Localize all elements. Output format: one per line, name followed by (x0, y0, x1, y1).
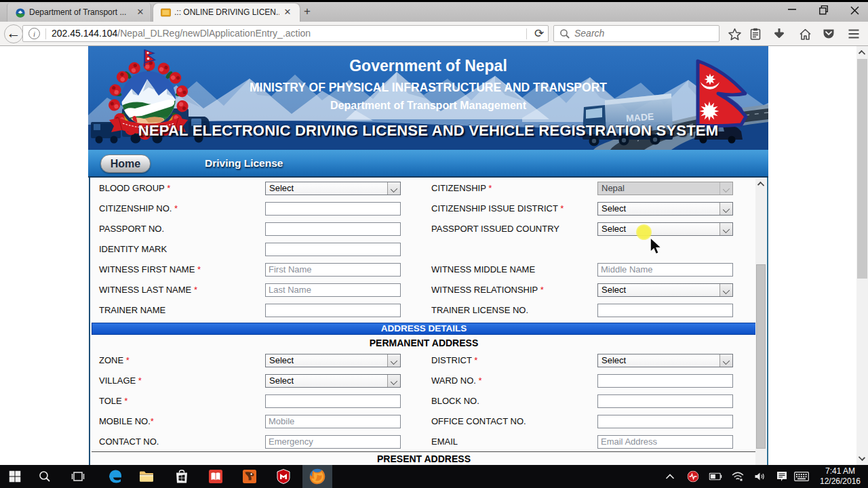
input-contact-no[interactable]: Emergency (265, 435, 401, 449)
home-icon[interactable] (797, 25, 812, 43)
window-scrollbar[interactable] (856, 46, 868, 465)
field-label-citizenship-no: CITIZENSHIP NO. * (99, 202, 178, 216)
touch-keyboard-icon[interactable] (790, 465, 813, 488)
file-explorer-icon[interactable] (132, 465, 161, 488)
input-witness-middle-name[interactable]: Middle Name (597, 263, 733, 277)
window-scrollbar-thumb[interactable] (857, 59, 867, 279)
back-button[interactable]: ← (4, 24, 23, 43)
field-label-blood-group: BLOOD GROUP * (99, 182, 170, 195)
tray-volume-icon[interactable] (751, 465, 770, 488)
system-tray: 7:41 AM 12/26/2016 (651, 465, 868, 488)
nav-driving-license[interactable]: Driving License (205, 150, 283, 176)
task-view-icon[interactable] (63, 465, 93, 488)
chevron-down-icon (387, 182, 400, 195)
reload-icon[interactable]: ⟳ (530, 26, 548, 41)
input-block-no[interactable] (597, 394, 733, 408)
input-passport-no[interactable] (265, 222, 401, 236)
foxit-app-icon[interactable] (235, 465, 264, 488)
field-label-trainer-license-no: TRAINER LICENSE NO. (431, 304, 528, 317)
tray-wifi-icon[interactable] (728, 465, 747, 488)
menu-hamburger-icon[interactable] (846, 25, 861, 43)
field-label-citizenship: CITIZENSHIP * (431, 182, 492, 195)
scroll-down-icon[interactable] (859, 454, 865, 461)
form-scrollbar-thumb[interactable] (756, 264, 766, 449)
banner-system-title: NEPAL ELECTRONIC DRIVING LICENSE AND VEH… (88, 122, 768, 140)
taskbar-clock[interactable]: 7:41 AM 12/26/2016 (812, 466, 868, 487)
application-form: BLOOD GROUP *SelectCITIZENSHIP *NepalCIT… (89, 178, 768, 465)
input-placeholder: Email Address (601, 436, 657, 447)
action-center-icon[interactable] (772, 465, 792, 488)
field-label-citizenship-issue-district: CITIZENSHIP ISSUE DISTRICT * (431, 202, 564, 216)
chevron-down-icon (719, 182, 732, 195)
windows-store-icon[interactable] (167, 465, 197, 488)
tab1-title: Department of Transport ... (29, 3, 132, 22)
tab1-close-icon[interactable]: ✕ (135, 3, 146, 21)
taskbar-search-icon[interactable] (30, 465, 60, 488)
site-navbar: Home Driving License (88, 150, 768, 178)
tab2-close-icon[interactable]: ✕ (282, 3, 293, 21)
banner-government-of-nepal: Government of Nepal (88, 57, 768, 75)
firefox-icon[interactable] (302, 465, 332, 488)
input-tole[interactable] (265, 394, 401, 408)
start-button[interactable] (0, 465, 30, 488)
present-address-header: PRESENT ADDRESS (92, 453, 756, 464)
url-bar[interactable]: i 202.45.144.104/Nepal_DLReg/newDlApplic… (22, 25, 549, 42)
input-trainer-license-no[interactable] (597, 304, 733, 317)
reader-app-icon[interactable] (201, 465, 231, 488)
urlbar-separator (45, 28, 46, 39)
tab-online-driving-license[interactable]: .:: ONLINE DRIVING LICEN... ✕ (153, 3, 300, 22)
window-restore-button[interactable] (814, 2, 833, 20)
select-zone[interactable]: Select (265, 354, 401, 367)
window-close-button[interactable] (845, 2, 864, 20)
tray-battery-icon[interactable] (706, 465, 725, 488)
input-citizenship-no[interactable] (265, 202, 401, 216)
select-district[interactable]: Select (597, 354, 733, 367)
select-value: Select (269, 375, 294, 387)
chevron-down-icon (719, 203, 732, 215)
select-citizenship-issue-district[interactable]: Select (597, 202, 733, 216)
tray-mcafee-icon[interactable] (684, 465, 703, 488)
select-village[interactable]: Select (265, 374, 401, 388)
select-value: Select (601, 223, 626, 235)
new-tab-button[interactable]: + (304, 3, 311, 20)
bookmark-star-icon[interactable] (727, 25, 742, 43)
mcafee-icon[interactable] (269, 465, 298, 488)
select-blood-group[interactable]: Select (265, 182, 401, 195)
edge-icon[interactable] (100, 465, 130, 488)
select-witness-relationship[interactable]: Select (597, 283, 733, 297)
input-trainer-name[interactable] (265, 304, 401, 317)
input-office-contact-no[interactable] (597, 415, 733, 428)
select-value: Select (601, 203, 626, 215)
downloads-icon[interactable] (772, 25, 787, 43)
address-details-header: ADDRESS DETAILS (92, 323, 756, 335)
search-bar[interactable]: Search (553, 25, 719, 42)
browser-viewport: MADE (0, 46, 868, 465)
input-witness-last-name[interactable]: Last Name (265, 283, 401, 297)
select-passport-issued-country[interactable]: Select (597, 222, 733, 236)
input-mobile-no[interactable]: Mobile (265, 415, 401, 428)
urlbar-separator2 (526, 28, 527, 39)
url-text: 202.45.144.104/Nepal_DLReg/newDlApplicat… (52, 26, 311, 41)
window-minimize-button[interactable] (783, 2, 802, 20)
nav-home-button[interactable]: Home (100, 155, 151, 173)
form-scrollbar-up-button[interactable] (755, 178, 766, 190)
select-value: Select (269, 354, 294, 367)
pocket-icon[interactable] (821, 25, 836, 43)
bookmarks-clipboard-icon[interactable] (748, 25, 763, 43)
input-witness-first-name[interactable]: First Name (265, 263, 401, 277)
form-scrollbar[interactable] (755, 178, 766, 465)
banner-department: Department of Transport Management (88, 100, 768, 112)
field-label-witness-first-name: WITNESS FIRST NAME * (99, 263, 201, 277)
select-citizenship[interactable]: Nepal (597, 182, 733, 195)
input-identity-mark[interactable] (265, 243, 401, 256)
chevron-down-icon (387, 375, 400, 387)
field-label-email: EMAIL (431, 435, 458, 449)
input-email[interactable]: Email Address (597, 435, 733, 449)
field-label-identity-mark: IDENTITY MARK (99, 243, 167, 256)
input-ward-no[interactable] (597, 374, 733, 388)
site-info-icon[interactable]: i (28, 28, 40, 39)
field-label-district: DISTRICT * (431, 354, 477, 367)
tab-department-of-transport[interactable]: Department of Transport ... ✕ (7, 3, 151, 22)
scroll-up-icon[interactable] (859, 50, 865, 57)
tray-expand-icon[interactable] (660, 465, 679, 488)
